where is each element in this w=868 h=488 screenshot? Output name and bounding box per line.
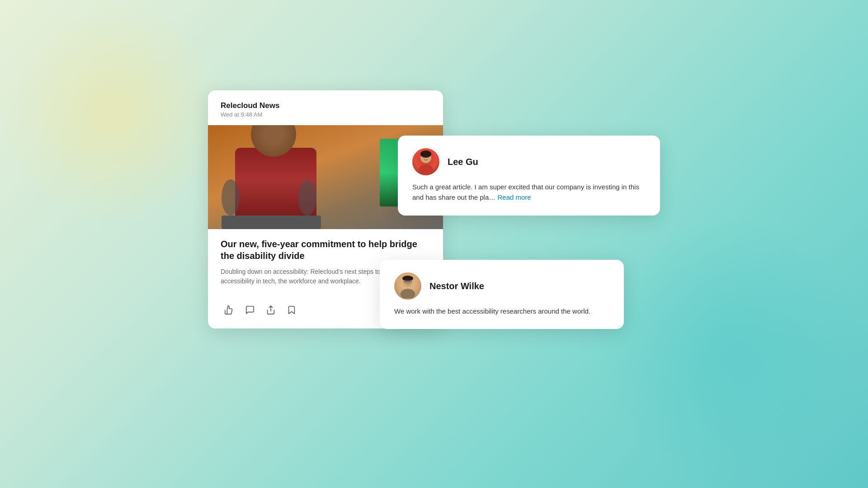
news-image-person1-area <box>217 130 362 229</box>
share-icon <box>266 305 276 315</box>
like-icon <box>224 305 234 315</box>
comment-header-lee-gu: Lee Gu <box>412 148 646 175</box>
bookmark-icon <box>287 305 297 315</box>
scene: Relecloud News Wed at 9:48 AM Our new, f… <box>208 90 660 398</box>
avatar-face-lee-gu <box>412 148 439 175</box>
news-source: Relecloud News <box>221 101 430 110</box>
comment-card-nestor-wilke: Nestor Wilke We work with the best acces… <box>380 260 624 329</box>
comment-text-lee-gu: Such a great article. I am super excited… <box>412 182 646 203</box>
comment-button[interactable] <box>241 302 259 318</box>
svg-point-9 <box>409 281 410 282</box>
avatar-nestor-wilke <box>394 272 421 300</box>
wheelchair-wheel-right <box>298 179 316 216</box>
news-card-header: Relecloud News Wed at 9:48 AM <box>208 90 443 125</box>
news-time: Wed at 9:48 AM <box>221 111 430 118</box>
svg-point-1 <box>419 164 433 174</box>
read-more-link-lee-gu[interactable]: Read more <box>497 193 531 201</box>
comment-card-lee-gu: Lee Gu Such a great article. I am super … <box>398 136 660 216</box>
commenter-name-lee-gu: Lee Gu <box>448 157 478 167</box>
news-headline: Our new, five-year commitment to help br… <box>221 238 430 262</box>
svg-point-2 <box>420 150 431 158</box>
avatar-svg-nestor-wilke <box>396 274 420 298</box>
commenter-name-nestor-wilke: Nestor Wilke <box>429 281 484 291</box>
bg-blob-yellow <box>0 0 226 226</box>
comment-header-nestor-wilke: Nestor Wilke <box>394 272 609 300</box>
svg-point-6 <box>401 289 415 298</box>
comment-icon <box>245 305 255 315</box>
svg-point-3 <box>424 157 425 158</box>
avatar-lee-gu <box>412 148 439 175</box>
share-button[interactable] <box>262 302 279 318</box>
like-button[interactable] <box>221 302 238 318</box>
svg-point-4 <box>427 157 429 158</box>
avatar-svg-lee-gu <box>414 150 438 174</box>
avatar-face-nestor-wilke <box>394 272 421 300</box>
comment-text-nestor-wilke: We work with the best accessibility rese… <box>394 306 609 316</box>
save-button[interactable] <box>283 302 300 318</box>
wheelchair-base <box>222 216 321 229</box>
svg-point-8 <box>406 281 407 282</box>
wheelchair-wheel-left <box>222 179 240 216</box>
